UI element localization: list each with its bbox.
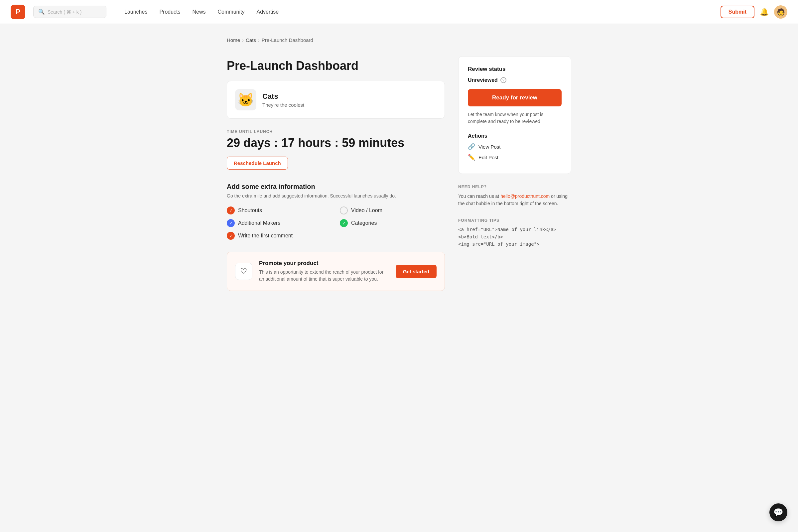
check-shoutouts-icon: ✓ [227,207,235,214]
nav-links: Launches Products News Community Adverti… [120,6,712,18]
breadcrumb-home[interactable]: Home [227,37,240,43]
breadcrumb-cats[interactable]: Cats [246,37,256,43]
promote-icon: ♡ [235,263,252,280]
link-icon: 🔗 [468,143,475,150]
product-tagline: They're the coolest [262,102,304,108]
navigation: P 🔍 Search ( ⌘ + k ) Launches Products N… [0,0,798,24]
nav-link-advertise[interactable]: Advertise [252,6,283,18]
checklist-label-makers: Additional Makers [238,220,280,226]
edit-post-link[interactable]: ✏️ Edit Post [468,154,562,161]
review-card-title: Review status [468,66,562,73]
help-email-link[interactable]: hello@producthunt.com [500,193,550,199]
logo[interactable]: P [11,5,25,19]
checklist-item-makers: ✓ Additional Makers [227,219,332,227]
help-text: You can reach us at hello@producthunt.co… [458,192,571,208]
breadcrumb: Home › Cats › Pre-Launch Dashboard [227,37,571,43]
checklist-item-categories: ✓ Categories [340,219,445,227]
avatar[interactable]: 🧑 [774,5,787,19]
formatting-section: FORMATTING TIPS <a href="URL">Name of yo… [458,218,571,247]
nav-link-launches[interactable]: Launches [120,6,152,18]
search-placeholder: Search ( ⌘ + k ) [48,9,81,15]
check-comment-icon: ✓ [227,232,235,240]
ready-for-review-button[interactable]: Ready for review [468,89,562,107]
sidebar: Review status Unreviewed ? Ready for rev… [458,56,571,291]
timer-value: 29 days : 17 hours : 59 minutes [227,136,445,150]
review-description: Let the team know when your post is comp… [468,111,562,125]
submit-button[interactable]: Submit [721,6,755,18]
formatting-label: FORMATTING TIPS [458,218,571,223]
checklist-label-comment: Write the first comment [238,233,292,239]
edit-post-label: Edit Post [478,155,498,160]
info-icon[interactable]: ? [500,77,507,83]
nav-link-products[interactable]: Products [155,6,185,18]
product-icon: 🐱 [235,89,256,110]
nav-link-community[interactable]: Community [213,6,249,18]
search-icon: 🔍 [38,8,45,15]
formatting-tip-3: <img src="URL of your image"> [458,241,571,247]
main-content: Pre-Launch Dashboard 🐱 Cats They're the … [227,56,445,291]
checklist-label-categories: Categories [351,220,377,226]
timer-label: TIME UNTIL LAUNCH [227,129,445,134]
checklist-item-shoutouts: ✓ Shoutouts [227,207,332,214]
actions-title: Actions [468,133,562,139]
edit-icon: ✏️ [468,154,475,161]
product-card: 🐱 Cats They're the coolest [227,81,445,119]
check-makers-icon: ✓ [227,219,235,227]
promote-desc: This is an opportunity to extend the rea… [259,269,389,283]
page-title: Pre-Launch Dashboard [227,59,445,73]
checklist-label-shoutouts: Shoutouts [238,208,262,213]
review-card: Review status Unreviewed ? Ready for rev… [458,56,571,174]
get-started-button[interactable]: Get started [396,265,437,278]
help-section: NEED HELP? You can reach us at hello@pro… [458,185,571,208]
checklist-item-comment: ✓ Write the first comment [227,232,332,240]
notifications-bell-icon[interactable]: 🔔 [760,8,769,16]
reschedule-button[interactable]: Reschedule Launch [227,157,288,170]
breadcrumb-sep-1: › [242,37,244,43]
view-post-label: View Post [478,144,500,150]
checklist-item-video: Video / Loom [340,207,445,214]
review-status: Unreviewed ? [468,77,562,83]
formatting-tip-1: <a href="URL">Name of your link</a> [458,227,571,232]
extra-info-title: Add some extra information [227,183,445,191]
breadcrumb-current: Pre-Launch Dashboard [262,37,313,43]
promote-title: Promote your product [259,260,389,267]
check-categories-icon: ✓ [340,219,348,227]
help-text-before: You can reach us at [458,193,499,199]
breadcrumb-sep-2: › [258,37,260,43]
promote-text: Promote your product This is an opportun… [259,260,389,283]
review-status-label: Unreviewed [468,77,498,83]
nav-actions: Submit 🔔 🧑 [721,5,787,19]
help-label: NEED HELP? [458,185,571,189]
page-container: Home › Cats › Pre-Launch Dashboard Pre-L… [216,24,582,304]
view-post-link[interactable]: 🔗 View Post [468,143,562,150]
product-name: Cats [262,92,304,101]
nav-link-news[interactable]: News [188,6,210,18]
checklist: ✓ Shoutouts Video / Loom ✓ Additional Ma… [227,207,445,240]
check-video-icon [340,207,348,214]
formatting-tip-2: <b>Bold text</b> [458,234,571,240]
promote-card: ♡ Promote your product This is an opport… [227,252,445,291]
extra-info-subtitle: Go the extra mile and add suggested info… [227,193,445,198]
checklist-label-video: Video / Loom [351,208,382,213]
search-bar[interactable]: 🔍 Search ( ⌘ + k ) [33,6,107,18]
product-info: Cats They're the coolest [262,92,304,108]
